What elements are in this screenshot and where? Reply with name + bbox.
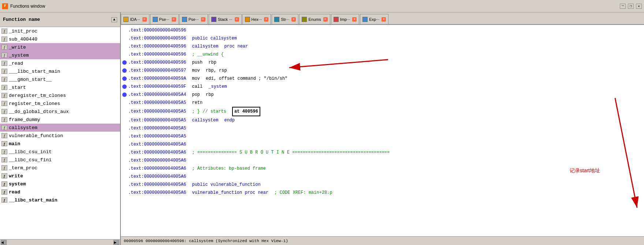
tab-item[interactable]: IDA···✕: [121, 14, 149, 24]
function-list-item[interactable]: f_write: [0, 43, 120, 51]
minimize-button[interactable]: ─: [620, 4, 626, 9]
code-line: .text:00000000004005A6public vulnerable_…: [121, 181, 644, 189]
code-address[interactable]: .text:00000000004005A5: [128, 132, 186, 140]
code-address[interactable]: .text:00000000004005A6: [128, 140, 186, 148]
breakpoint-dot[interactable]: [122, 68, 127, 73]
tab-close-button[interactable]: ✕: [291, 17, 296, 22]
tab-item[interactable]: Pse···✕: [179, 14, 208, 24]
code-address[interactable]: .text:00000000004005A6: [128, 173, 186, 181]
code-address[interactable]: .text:00000000004005A6: [128, 148, 186, 157]
func-hscrollbar[interactable]: ◄ ►: [0, 239, 120, 245]
code-address[interactable]: .text:0000000000400596: [128, 59, 186, 67]
code-address[interactable]: .text:00000000004005A5: [128, 116, 186, 124]
code-address[interactable]: .text:000000000040059F: [128, 83, 186, 91]
status-text: 00000596 0000000000400596: callsystem (S…: [124, 239, 288, 243]
function-list-item[interactable]: f_start: [0, 83, 120, 91]
breakpoint-dot[interactable]: [122, 84, 127, 89]
function-list-item[interactable]: f__libc_csu_fini: [0, 156, 120, 164]
function-list-item[interactable]: f_read: [0, 59, 120, 67]
code-line: .text:00000000004005A5: [121, 132, 644, 140]
tab-close-button[interactable]: ✕: [172, 17, 176, 22]
function-list-item[interactable]: f_system: [0, 51, 120, 59]
code-line: .text:0000000000400596pushrbp: [121, 59, 644, 67]
tab-close-button[interactable]: ✕: [235, 17, 239, 22]
code-address[interactable]: .text:0000000000400596: [128, 50, 186, 59]
function-list-item[interactable]: fvulnerable_function: [0, 132, 120, 140]
code-line: .text:0000000000400596callsystemproc nea…: [121, 42, 644, 50]
code-address[interactable]: .text:00000000004005A4: [128, 91, 186, 99]
tab-item[interactable]: Str···✕: [272, 14, 298, 24]
tab-label: Imp···: [340, 17, 350, 22]
tab-item[interactable]: Stack ···✕: [209, 14, 242, 24]
close-button[interactable]: ✕: [636, 4, 642, 9]
code-address[interactable]: .text:00000000004005A6: [128, 181, 186, 189]
code-address[interactable]: .text:0000000000400597: [128, 67, 186, 75]
code-col2: ; =============== S U B R O U T I N E ==…: [192, 148, 390, 157]
function-list-item[interactable]: f__do_global_dtors_aux: [0, 108, 120, 116]
function-list-item[interactable]: fsub_400440: [0, 35, 120, 43]
function-list[interactable]: f_init_procfsub_400440f_writef_systemf_r…: [0, 27, 120, 239]
code-address[interactable]: .text:0000000000400596: [128, 26, 186, 34]
tab-item[interactable]: Pse···✕: [150, 14, 179, 24]
function-list-item[interactable]: fcallsystem: [0, 124, 120, 132]
code-view[interactable]: .text:0000000000400596.text:000000000040…: [121, 25, 644, 198]
function-name-label: _init_proc: [9, 29, 37, 34]
code-col3: pop: [192, 91, 200, 99]
function-f-icon: f: [1, 165, 7, 170]
code-address[interactable]: .text:000000000040059A: [128, 75, 186, 83]
function-list-item[interactable]: f_init_proc: [0, 27, 120, 35]
code-col4: rbp: [206, 91, 214, 99]
code-address[interactable]: .text:0000000000400596: [128, 34, 186, 42]
function-list-item[interactable]: fmain: [0, 140, 120, 148]
scroll-left-btn[interactable]: ◄: [1, 240, 7, 245]
code-address[interactable]: .text:00000000004005A6: [128, 157, 186, 165]
function-list-item[interactable]: fwrite: [0, 172, 120, 180]
function-list-item[interactable]: f___libc_start_main: [0, 67, 120, 75]
breakpoint-dot[interactable]: [122, 93, 127, 97]
code-address[interactable]: .text:00000000004005A5: [128, 108, 186, 116]
tab-close-button[interactable]: ✕: [264, 17, 268, 22]
tab-close-button[interactable]: ✕: [142, 17, 147, 22]
function-f-icon: f: [1, 197, 7, 203]
function-list-item[interactable]: fsystem: [0, 180, 120, 188]
tab-close-button[interactable]: ✕: [323, 17, 328, 22]
code-col4: rbp, rsp: [206, 67, 227, 75]
tab-label: IDA···: [130, 17, 140, 22]
restore-button[interactable]: ❐: [628, 4, 634, 9]
tab-icon: [302, 17, 307, 22]
code-col4: _system: [208, 83, 227, 91]
tab-close-button[interactable]: ✕: [381, 17, 386, 22]
code-address[interactable]: .text:00000000004005A5: [128, 99, 186, 107]
tab-item[interactable]: Imp···✕: [331, 14, 360, 24]
breakpoint-dot[interactable]: [122, 60, 127, 65]
function-name-label: system: [9, 181, 26, 187]
tab-close-button[interactable]: ✕: [201, 17, 205, 22]
code-address[interactable]: .text:00000000004005A6: [128, 165, 186, 173]
function-list-item[interactable]: fregister_tm_clones: [0, 99, 120, 108]
function-f-icon: f: [1, 37, 7, 42]
tab-item[interactable]: Enums✕: [299, 14, 330, 24]
function-list-item[interactable]: f__libc_start_main: [0, 196, 120, 204]
function-list-item[interactable]: fread: [0, 188, 120, 196]
function-list-item[interactable]: fframe_dummy: [0, 116, 120, 124]
breakpoint-dot[interactable]: [122, 76, 127, 81]
code-address[interactable]: .text:0000000000400596: [128, 42, 186, 50]
function-name-label: _read: [9, 61, 23, 66]
code-address[interactable]: .text:00000000004005A5: [128, 124, 186, 132]
scroll-right-btn[interactable]: ►: [113, 240, 119, 245]
window-title: Functions window: [10, 4, 618, 9]
function-list-item[interactable]: f_term_proc: [0, 164, 120, 172]
code-col2: callsystem: [192, 116, 218, 124]
tab-item[interactable]: Hex···✕: [242, 14, 271, 24]
tab-item[interactable]: Exp···✕: [360, 14, 388, 24]
function-list-item[interactable]: fderegister_tm_clones: [0, 91, 120, 99]
tab-icon: [334, 17, 339, 22]
highlighted-address: at 400596: [232, 107, 260, 116]
function-list-item[interactable]: f___gmon_start__: [0, 75, 120, 83]
function-name-label: ___libc_start_main: [9, 69, 60, 74]
panel-scroll-up[interactable]: ▲: [111, 17, 117, 22]
code-line: .text:00000000004005A6; =============== …: [121, 148, 644, 157]
function-list-item[interactable]: f__libc_csu_init: [0, 148, 120, 156]
code-address[interactable]: .text:00000000004005A6: [128, 189, 186, 197]
tab-close-button[interactable]: ✕: [352, 17, 357, 22]
